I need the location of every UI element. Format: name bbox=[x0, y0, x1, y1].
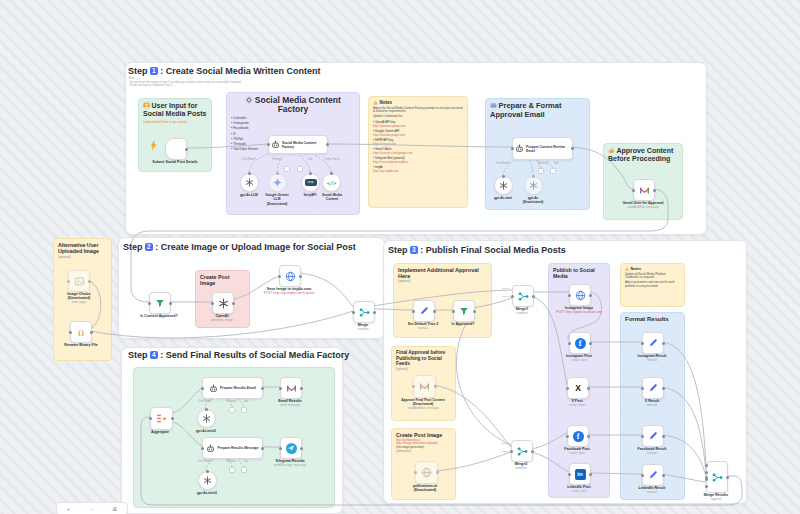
step2-badge: 2 bbox=[145, 243, 153, 251]
node-facebook-result[interactable] bbox=[642, 425, 664, 447]
node-google-gemini-llm[interactable] bbox=[268, 173, 287, 192]
cred-item: • SERP API keyhttps://serpapi.com bbox=[373, 138, 463, 146]
node-label: gpt-4o LLM bbox=[234, 193, 264, 197]
node-serpapi[interactable]: serp bbox=[301, 173, 320, 192]
connector-label: Memory bbox=[265, 158, 289, 161]
node-merge1[interactable] bbox=[512, 285, 534, 307]
node-label: gpt-4o-mini2 bbox=[188, 429, 224, 433]
connector-slot[interactable] bbox=[229, 467, 235, 473]
node-label: Save Image to imgbb.comPOST: https://api… bbox=[259, 287, 319, 296]
sticky-title: Notes bbox=[631, 267, 642, 271]
connector-slot[interactable] bbox=[229, 407, 235, 413]
node-approve-final-post-content[interactable] bbox=[413, 375, 436, 398]
node-merge[interactable] bbox=[353, 301, 375, 323]
connector-label: Chat Model* bbox=[191, 460, 219, 463]
connector-slot[interactable] bbox=[550, 168, 556, 174]
facebook-icon: f bbox=[575, 338, 586, 349]
sticky-notes-2[interactable]: Notes Update all Social Media Platform C… bbox=[620, 263, 685, 307]
gmail-icon bbox=[639, 185, 650, 196]
cred-link[interactable]: https://api.imgbb.com bbox=[373, 170, 399, 173]
node-label: Mergecombine bbox=[338, 323, 388, 332]
notes-paragraph: Update all Social Media Platform Credent… bbox=[625, 273, 680, 280]
workflow-canvas[interactable]: Step 1 : Create Social Media Written Con… bbox=[0, 0, 800, 514]
sticky-notes-1[interactable]: Notes Adjust the Social Media Content Fa… bbox=[368, 96, 468, 208]
node-gpt4o-mini2[interactable] bbox=[197, 409, 216, 428]
node-aggregate[interactable] bbox=[150, 407, 173, 430]
connector-slot[interactable] bbox=[284, 166, 290, 172]
node-merge-results[interactable] bbox=[706, 461, 728, 493]
cred-item: • Gmail OAuthhttps://console.cloud.googl… bbox=[373, 147, 463, 155]
node-telegram-results[interactable] bbox=[280, 437, 302, 459]
cred-link[interactable]: https://serpapi.com bbox=[373, 143, 396, 146]
connector-slot[interactable] bbox=[297, 166, 303, 172]
node-instagram-post[interactable]: f bbox=[569, 332, 591, 354]
node-instagram-result[interactable] bbox=[642, 332, 664, 354]
node-gpt4o-mini[interactable] bbox=[494, 176, 513, 195]
node-gmail-user-for-approval[interactable] bbox=[633, 179, 655, 201]
node-linkedin-result[interactable] bbox=[642, 464, 664, 486]
gmail-icon bbox=[286, 383, 297, 394]
bot-icon bbox=[209, 384, 218, 393]
node-merge2[interactable] bbox=[511, 440, 533, 462]
node-label: Facebook Postcreate: post bbox=[547, 447, 607, 456]
cred-link[interactable]: https://aistudio.google.com bbox=[373, 134, 405, 137]
node-gpt4o-mini3[interactable] bbox=[198, 471, 217, 490]
node-is-content-approved[interactable] bbox=[149, 292, 171, 314]
zoom-out-button[interactable]: − bbox=[90, 506, 93, 512]
node-prepare-results-message[interactable]: Prepare Results Message bbox=[202, 437, 263, 459]
node-gpt4o-llm[interactable] bbox=[240, 173, 259, 192]
node-prepare-content-review-email[interactable]: Prepare Content Review Email bbox=[512, 137, 573, 160]
cred-link[interactable]: https://core.telegram.org/bots bbox=[373, 161, 408, 164]
node-social-media-content-parser[interactable]: </> bbox=[322, 173, 341, 192]
sticky-title: Final Approval before Publishing to Soci… bbox=[396, 350, 451, 367]
node-social-media-content-factory[interactable]: Social Media Content Factory bbox=[268, 135, 328, 154]
node-set-default-true-2[interactable] bbox=[413, 300, 435, 322]
user-icon bbox=[143, 102, 150, 109]
connector-slot[interactable] bbox=[538, 168, 544, 174]
step2-title: Step 2 : Create Image or Upload Image fo… bbox=[123, 242, 356, 252]
pencil-icon bbox=[648, 431, 658, 441]
node-pollinations-ai[interactable] bbox=[415, 461, 438, 484]
connector-slot[interactable] bbox=[241, 407, 247, 413]
node-is-approved[interactable] bbox=[453, 300, 475, 322]
input-label: Input 2 bbox=[486, 295, 510, 298]
canvas-controls[interactable]: + − ⊞ bbox=[56, 502, 128, 514]
node-instagram-image[interactable] bbox=[569, 284, 591, 306]
node-linkedin-post[interactable]: in bbox=[569, 463, 591, 485]
node-gpt4o-deactivated[interactable] bbox=[524, 176, 543, 195]
cred-link[interactable]: https://platform.openai.com bbox=[373, 125, 405, 128]
node-openai-image[interactable] bbox=[212, 292, 234, 314]
cred-link[interactable]: https://console.cloud.google.com bbox=[373, 152, 412, 155]
node-x-result[interactable] bbox=[642, 377, 664, 399]
openai-icon bbox=[202, 414, 211, 423]
filter-icon bbox=[459, 306, 469, 316]
node-facebook-post[interactable]: f bbox=[567, 425, 589, 447]
openai-icon bbox=[245, 178, 254, 187]
input-port[interactable] bbox=[705, 478, 708, 481]
node-label: Submit Social Post Details bbox=[145, 160, 205, 164]
step1-word: Step bbox=[128, 66, 148, 76]
input-port[interactable] bbox=[705, 471, 708, 474]
node-x-post[interactable]: X bbox=[567, 377, 589, 399]
zoom-in-button[interactable]: + bbox=[67, 506, 70, 512]
node-image-choice[interactable] bbox=[68, 270, 90, 292]
step2-word: Step bbox=[123, 242, 143, 252]
node-submit-social-post-details[interactable] bbox=[165, 138, 187, 160]
linkedin-icon: in bbox=[575, 469, 586, 480]
node-rename-binary-file[interactable]: {} bbox=[70, 321, 92, 343]
node-label: Aggregate bbox=[134, 430, 186, 434]
cred-item: • OpenAI API keyhttps://platform.openai.… bbox=[373, 120, 463, 128]
input-port[interactable] bbox=[705, 485, 708, 488]
node-email-results[interactable] bbox=[280, 377, 302, 399]
node-save-image-imgbb[interactable] bbox=[279, 265, 301, 287]
fit-view-button[interactable]: ⊞ bbox=[113, 506, 118, 512]
merge-icon bbox=[359, 307, 370, 318]
input-port[interactable] bbox=[705, 464, 708, 467]
input-label: Input 1 bbox=[485, 442, 509, 445]
connector-slot[interactable] bbox=[241, 467, 247, 473]
bot-icon bbox=[271, 140, 280, 149]
node-label: Telegram ResultssendMessage: message bbox=[258, 459, 322, 468]
thumbs-up-icon bbox=[608, 147, 615, 154]
connector-label: Output Parser bbox=[318, 158, 346, 161]
node-prepare-results-email[interactable]: Prepare Results Email bbox=[202, 377, 263, 399]
